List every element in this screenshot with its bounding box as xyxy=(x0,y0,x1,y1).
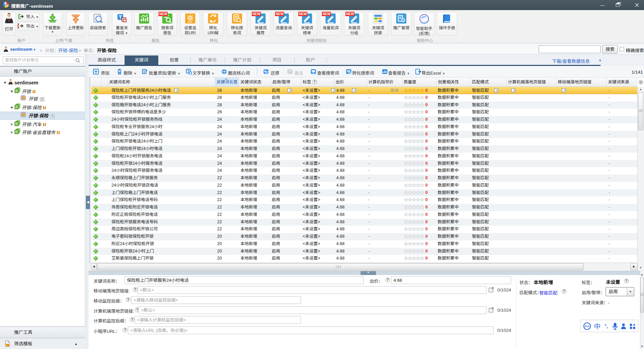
svg-text:?: ? xyxy=(625,279,627,283)
svg-text:?: ? xyxy=(563,289,565,293)
svg-text:?: ? xyxy=(386,278,388,282)
svg-text:?: ? xyxy=(124,328,126,332)
svg-text:?: ? xyxy=(136,308,138,312)
svg-text:中: 中 xyxy=(594,323,601,330)
svg-text:?: ? xyxy=(127,298,129,302)
svg-text:°,: °, xyxy=(605,323,608,329)
svg-text:URL: URL xyxy=(188,21,193,24)
svg-text:?: ? xyxy=(314,80,316,84)
svg-text:?: ? xyxy=(134,288,136,292)
svg-text:iFLY: iFLY xyxy=(585,325,590,327)
svg-text:?: ? xyxy=(131,318,133,321)
